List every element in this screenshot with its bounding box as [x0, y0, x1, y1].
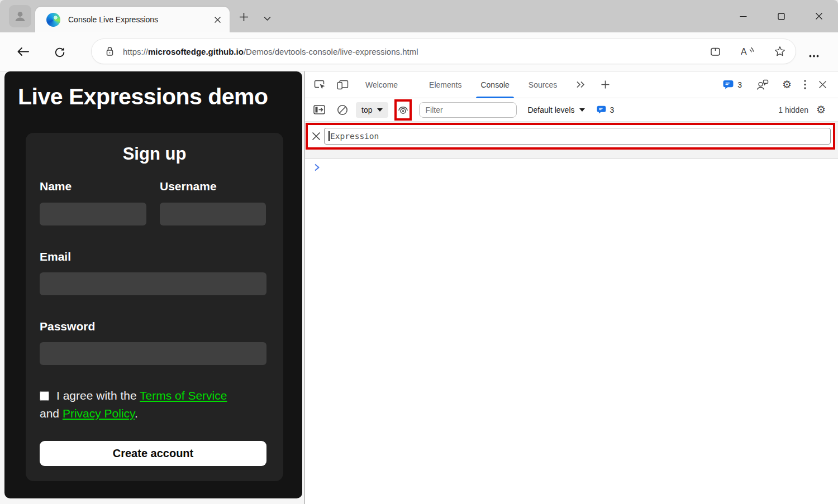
devtools-tab-row: Welcome Elements Console Sources [305, 71, 838, 98]
browser-menu-button[interactable] [809, 55, 819, 57]
remove-expression-button[interactable] [311, 131, 321, 141]
privacy-policy-link[interactable]: Privacy Policy [63, 407, 135, 420]
issues-counter[interactable]: 3 [723, 80, 742, 89]
chevron-down-icon [264, 16, 271, 21]
refresh-button[interactable] [54, 46, 66, 59]
lock-icon[interactable] [105, 46, 115, 57]
svg-text:A: A [741, 47, 747, 56]
feedback-button[interactable] [756, 79, 769, 90]
minimize-icon [740, 13, 747, 20]
inspect-icon [314, 79, 326, 90]
close-icon [815, 12, 823, 20]
toolbar-issues-counter[interactable]: 3 [597, 105, 615, 114]
email-field[interactable] [40, 272, 266, 295]
more-tabs-button[interactable] [576, 81, 585, 88]
minimize-button[interactable] [724, 0, 762, 32]
tab-strip: Console Live Expressions [0, 0, 838, 32]
live-expression-highlight [394, 99, 412, 121]
issues-count: 3 [737, 80, 742, 89]
url-scheme: https:// [123, 47, 148, 56]
add-panel-button[interactable] [601, 80, 610, 89]
live-expression-highlight-box [306, 123, 835, 150]
browser-toolbar: https://microsoftedge.github.io/Demos/de… [0, 32, 838, 71]
ellipsis-icon [809, 55, 819, 57]
read-aloud-icon: A [741, 46, 754, 57]
demo-page: Live Expressions demo Sign up Name Usern… [4, 71, 302, 498]
terms-of-service-link[interactable]: Terms of Service [140, 389, 227, 402]
browser-window: Console Live Expressions [0, 0, 838, 504]
name-label: Name [40, 180, 72, 193]
log-levels-dropdown[interactable]: Default levels [527, 105, 584, 114]
create-account-button[interactable]: Create account [40, 441, 266, 466]
devtools-settings-button[interactable]: ⚙ [782, 79, 792, 90]
username-field[interactable] [160, 203, 266, 225]
urlbar-icons: A [710, 46, 785, 57]
tab-close-button[interactable] [213, 16, 222, 24]
close-icon [213, 16, 222, 24]
name-field[interactable] [40, 203, 146, 225]
maximize-button[interactable] [762, 0, 800, 32]
feedback-icon [756, 79, 769, 90]
url-path: /Demos/devtools-console/live-expressions… [244, 47, 418, 56]
clear-icon [337, 104, 348, 116]
eye-icon [397, 105, 409, 115]
agree-checkbox[interactable] [40, 391, 49, 401]
close-window-button[interactable] [800, 0, 838, 32]
device-toolbar-icon [337, 80, 349, 90]
caret-down-icon [579, 108, 585, 112]
console-settings-button[interactable]: ⚙ [816, 104, 826, 115]
email-label: Email [40, 250, 71, 263]
device-emulation-button[interactable] [337, 80, 349, 90]
issues-count: 3 [610, 105, 615, 114]
url-text: https://microsoftedge.github.io/Demos/de… [123, 47, 703, 56]
back-arrow-icon [17, 47, 30, 56]
window-controls [724, 0, 838, 32]
browser-tab[interactable]: Console Live Expressions [35, 7, 230, 32]
password-label: Password [40, 320, 95, 333]
back-button[interactable] [17, 47, 30, 56]
tab-sources[interactable]: Sources [527, 71, 558, 98]
new-tab-button[interactable] [239, 12, 249, 22]
create-live-expression-button[interactable] [397, 105, 409, 115]
star-icon [774, 46, 785, 57]
tab-elements[interactable]: Elements [428, 71, 463, 98]
expression-input[interactable] [324, 128, 831, 145]
split-screen-button[interactable] [710, 46, 721, 57]
console-toolbar: top Default levels [305, 98, 838, 122]
tab-list-button[interactable] [264, 16, 271, 21]
text-caret [328, 131, 330, 141]
clear-console-button[interactable] [337, 104, 348, 116]
tab-console[interactable]: Console [479, 71, 510, 98]
password-field[interactable] [40, 342, 266, 365]
context-selector[interactable]: top [356, 102, 388, 118]
live-expression-bar [305, 122, 838, 159]
agree-text-1: I agree with the [56, 389, 140, 402]
devtools-menu-button[interactable] [804, 80, 806, 89]
agree-text-2: and [40, 407, 63, 420]
maximize-icon [778, 13, 785, 20]
tab-welcome[interactable]: Welcome [364, 71, 399, 98]
username-label: Username [160, 180, 217, 193]
issues-bubble-icon [597, 105, 606, 114]
split-screen-icon [710, 46, 721, 57]
close-icon [818, 80, 827, 89]
favorites-button[interactable] [774, 46, 785, 57]
levels-label: Default levels [527, 105, 574, 114]
devtools-panel: Welcome Elements Console Sources [304, 71, 838, 504]
close-devtools-button[interactable] [818, 80, 827, 89]
profile-avatar[interactable] [9, 5, 31, 27]
console-messages-area[interactable] [305, 159, 838, 174]
console-sidebar-toggle[interactable] [313, 105, 325, 114]
console-prompt[interactable] [314, 164, 320, 171]
hidden-messages-label[interactable]: 1 hidden [778, 105, 808, 114]
context-label: top [361, 105, 372, 114]
refresh-icon [54, 46, 66, 59]
filter-input[interactable] [419, 102, 517, 118]
read-aloud-button[interactable]: A [741, 46, 754, 57]
url-bar[interactable]: https://microsoftedge.github.io/Demos/de… [91, 39, 796, 64]
plus-icon [601, 80, 610, 89]
agree-text-3: . [135, 407, 138, 420]
signup-card: Sign up Name Username Email Password I a… [26, 133, 283, 481]
inspect-element-button[interactable] [314, 79, 326, 90]
close-icon [311, 131, 321, 141]
